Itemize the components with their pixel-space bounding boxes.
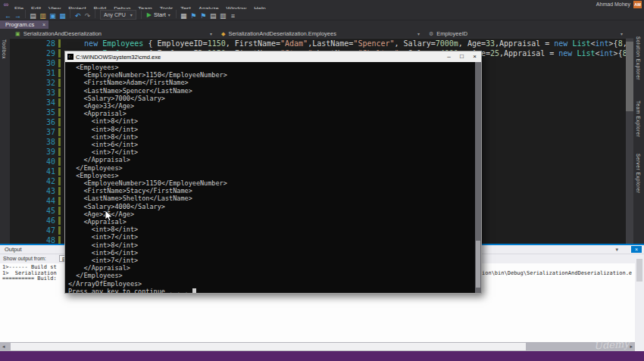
line-number: 32 bbox=[10, 78, 55, 88]
editor-line-28[interactable]: 28 new Employees { EmployeeID=1150, Firs… bbox=[10, 39, 626, 48]
minimize-icon[interactable]: – bbox=[442, 51, 455, 62]
console-line: <int>6</int> bbox=[68, 249, 138, 257]
console-line: </Appraisal> bbox=[68, 264, 130, 272]
close-icon[interactable]: × bbox=[468, 51, 481, 62]
console-line: </ArrayOfEmployees> bbox=[68, 280, 142, 288]
console-line: <int>7</int> bbox=[68, 257, 138, 264]
scrollbar-thumb[interactable] bbox=[626, 42, 633, 111]
console-line: <LastName>Shelton</LastName> bbox=[68, 195, 192, 202]
sidebar-tab-team-explorer[interactable]: Team Explorer bbox=[636, 101, 641, 137]
signed-in-user[interactable]: Ahmad Mohey bbox=[596, 0, 630, 9]
change-tracking-bar bbox=[58, 108, 61, 117]
console-line: <EmployeeNumber>1150</EmployeeNumber> bbox=[68, 179, 227, 187]
separator bbox=[176, 10, 177, 18]
console-line: <FirstName>Stacy</FirstName> bbox=[68, 187, 192, 195]
sidebar-tab-server-explorer[interactable]: Server Explorer bbox=[636, 154, 641, 194]
avatar[interactable]: AM bbox=[633, 1, 642, 8]
console-line: <int>8</int> bbox=[68, 117, 138, 125]
console-line: <Salary>7000</Salary> bbox=[68, 95, 165, 102]
visual-studio-window: ∞ FileEditViewProjectBuildDebugTeamTools… bbox=[0, 0, 644, 361]
console-line: <Age>25</Age> bbox=[68, 210, 134, 218]
show-output-from-label: Show output from: bbox=[3, 254, 46, 263]
line-number: 30 bbox=[10, 58, 55, 68]
window-position-icon[interactable]: ▾ bbox=[615, 245, 618, 254]
type-name: SerializationAndDeserialization.Employee… bbox=[228, 30, 336, 37]
chevron-down-icon: ▾ bbox=[417, 31, 420, 36]
change-tracking-bar bbox=[58, 167, 61, 176]
console-window[interactable]: C: C:\WINDOWS\system32\cmd.exe – □ × <Em… bbox=[64, 51, 482, 294]
scroll-right-icon[interactable]: ▸ bbox=[630, 342, 633, 351]
console-line: <EmployeeNumber>1150</EmployeeNumber> bbox=[68, 71, 227, 79]
sidebar-tab-solution-explorer[interactable]: Solution Explorer bbox=[636, 36, 641, 80]
console-line: </Appraisal> bbox=[68, 156, 130, 163]
right-tool-strip: Solution ExplorerTeam ExplorerServer Exp… bbox=[633, 29, 644, 244]
console-line: <int>8</int> bbox=[68, 133, 138, 141]
project-name: SerializationAndDeserialization bbox=[23, 30, 102, 37]
scrollbar-thumb[interactable] bbox=[636, 259, 642, 282]
output-title: Output bbox=[5, 245, 22, 254]
tab-program-cs[interactable]: Program.cs × bbox=[0, 20, 48, 29]
start-label: Start bbox=[154, 11, 166, 18]
toolbar-right-icons: ▦⚑⚑▤▥≡ bbox=[174, 8, 238, 21]
line-number: 28 bbox=[10, 39, 55, 48]
member-name: EmployeeID bbox=[436, 30, 467, 37]
change-tracking-bar bbox=[58, 207, 61, 215]
line-number: 35 bbox=[10, 107, 55, 117]
scrollbar-thumb[interactable] bbox=[476, 241, 480, 288]
horizontal-scrollbar[interactable]: ◂ ▸ bbox=[0, 342, 635, 351]
close-output-icon[interactable]: × bbox=[631, 246, 642, 253]
console-title-bar[interactable]: C: C:\WINDOWS\system32\cmd.exe – □ × bbox=[65, 51, 481, 62]
scrollbar-thumb[interactable] bbox=[11, 343, 526, 350]
chevron-down-icon: ▾ bbox=[621, 31, 623, 36]
toolbar-left-icons: ←→▤▥▣▦↶↷ bbox=[3, 8, 98, 21]
line-number: 42 bbox=[10, 176, 55, 186]
change-tracking-bar bbox=[58, 157, 61, 166]
change-tracking-bar bbox=[58, 89, 61, 97]
change-tracking-bar bbox=[58, 118, 61, 126]
console-line: </Employees> bbox=[68, 272, 123, 279]
console-line: Press any key to continue . . . bbox=[68, 288, 196, 293]
left-tool-strip: Toolbox bbox=[0, 29, 10, 244]
close-tab-icon[interactable]: × bbox=[42, 20, 45, 29]
console-line: <int>8</int> bbox=[68, 126, 138, 133]
solution-platforms-dropdown[interactable]: Any CPU ▾ bbox=[100, 10, 136, 20]
change-tracking-bar bbox=[58, 138, 61, 146]
type-dropdown[interactable]: ◆ SerializationAndDeserialization.Employ… bbox=[218, 29, 423, 39]
console-line: <int>7</int> bbox=[68, 148, 138, 156]
project-dropdown[interactable]: ▣ SerializationAndDeserialization ▾ bbox=[12, 29, 215, 39]
separator bbox=[141, 11, 142, 19]
console-scrollbar[interactable] bbox=[475, 62, 481, 293]
line-number: 29 bbox=[10, 48, 55, 58]
change-tracking-bar bbox=[58, 236, 61, 244]
csharp-project-icon: ▣ bbox=[15, 31, 20, 36]
console-line: <Salary>4000</Salary> bbox=[68, 203, 165, 210]
line-number: 39 bbox=[10, 147, 55, 157]
line-number: 34 bbox=[10, 98, 55, 107]
console-line: <int>6</int> bbox=[68, 141, 138, 148]
output-line-fragment: ion\bin\Debug\SerializationAndDeserializ… bbox=[482, 271, 632, 277]
cmd-icon: C: bbox=[67, 54, 73, 60]
editor-vertical-scrollbar[interactable] bbox=[626, 39, 633, 244]
toolbox-tab[interactable]: Toolbox bbox=[2, 39, 7, 59]
maximize-icon[interactable]: □ bbox=[455, 51, 468, 62]
status-bar bbox=[0, 351, 644, 361]
line-number: 37 bbox=[10, 127, 55, 137]
scroll-left-icon[interactable]: ◂ bbox=[2, 342, 5, 351]
change-tracking-bar bbox=[58, 148, 61, 156]
line-number: 45 bbox=[10, 206, 55, 216]
navigation-bar: ▣ SerializationAndDeserialization ▾ ◆ Se… bbox=[10, 29, 633, 39]
console-line: <Appraisal> bbox=[68, 218, 127, 226]
separator bbox=[95, 10, 95, 18]
change-tracking-bar bbox=[58, 128, 61, 136]
code-text: new Employees { EmployeeID=1150, FirstNa… bbox=[66, 39, 626, 48]
start-debugging-button[interactable]: ▶ Start ▾ bbox=[147, 10, 170, 20]
line-number: 46 bbox=[10, 216, 55, 226]
change-tracking-bar bbox=[58, 177, 61, 185]
console-title-text: C:\WINDOWS\system32\cmd.exe bbox=[76, 54, 161, 61]
document-tab-strip bbox=[0, 20, 644, 29]
change-tracking-bar bbox=[58, 59, 61, 67]
chevron-down-icon: ▾ bbox=[168, 12, 170, 17]
output-vertical-scrollbar[interactable] bbox=[635, 254, 644, 342]
member-dropdown[interactable]: ⚙ EmployeeID ▾ bbox=[426, 29, 626, 39]
console-line: <int>8</int> bbox=[68, 241, 138, 249]
